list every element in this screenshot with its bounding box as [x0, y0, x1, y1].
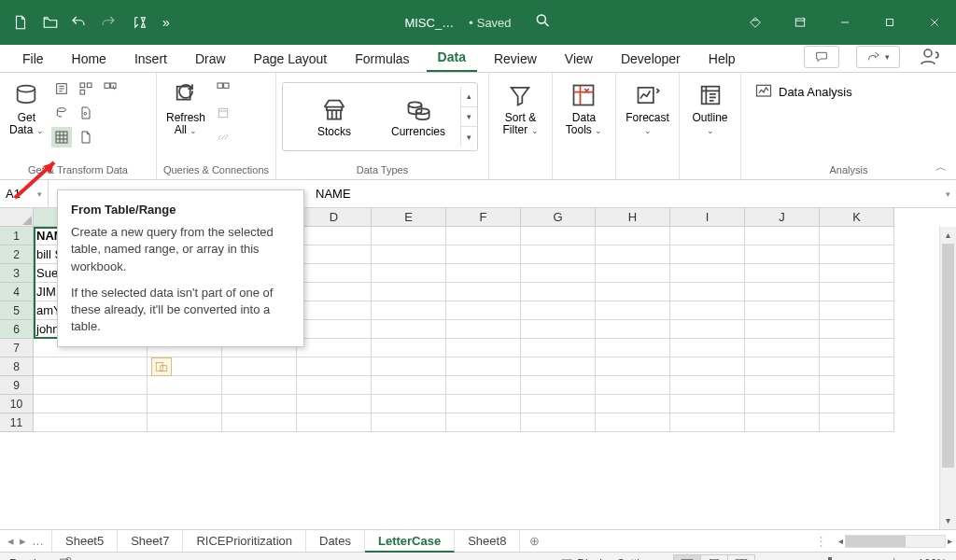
- row-header-11[interactable]: 11: [0, 413, 34, 432]
- cell-I7[interactable]: [670, 339, 745, 357]
- cell-F4[interactable]: [446, 283, 521, 301]
- stocks-button[interactable]: Stocks: [292, 92, 376, 140]
- cell-E8[interactable]: [372, 357, 446, 376]
- cell-K4[interactable]: [820, 283, 894, 301]
- existing-connections-icon[interactable]: [51, 103, 72, 123]
- cell-D8[interactable]: [297, 357, 372, 376]
- row-header-8[interactable]: 8: [0, 357, 34, 376]
- sheet-tab-sheet5[interactable]: Sheet5: [52, 530, 118, 552]
- tab-view[interactable]: View: [554, 48, 604, 72]
- view-page-layout-button[interactable]: [700, 554, 728, 561]
- cell-K8[interactable]: [820, 357, 894, 376]
- cell-H5[interactable]: [596, 301, 670, 320]
- cell-F8[interactable]: [446, 357, 521, 376]
- cell-J10[interactable]: [745, 395, 820, 413]
- col-header-D[interactable]: D: [297, 208, 372, 227]
- ribbon-display-icon[interactable]: [779, 0, 822, 45]
- cell-D1[interactable]: [297, 227, 372, 245]
- cell-I8[interactable]: [670, 357, 745, 376]
- zoom-level[interactable]: 100%: [918, 557, 947, 561]
- currencies-button[interactable]: Currencies: [376, 92, 460, 140]
- from-picture-icon[interactable]: [76, 103, 96, 123]
- row-header-9[interactable]: 9: [0, 376, 34, 395]
- search-icon[interactable]: [535, 12, 552, 33]
- from-table-range-icon[interactable]: [51, 127, 72, 147]
- cell-D6[interactable]: [297, 320, 372, 339]
- cell-F3[interactable]: [446, 264, 521, 283]
- cell-C9[interactable]: [222, 376, 297, 395]
- queries-connections-icon[interactable]: [213, 78, 233, 99]
- cell-G7[interactable]: [521, 339, 596, 357]
- sheet-nav[interactable]: ◂▸…: [0, 530, 52, 552]
- cell-J3[interactable]: [745, 264, 820, 283]
- cell-H3[interactable]: [596, 264, 670, 283]
- tab-insert[interactable]: Insert: [123, 48, 178, 72]
- cell-A9[interactable]: [34, 376, 148, 395]
- col-header-F[interactable]: F: [446, 208, 521, 227]
- row-header-7[interactable]: 7: [0, 339, 34, 357]
- cell-K11[interactable]: [820, 413, 894, 432]
- cell-A11[interactable]: [34, 413, 148, 432]
- cell-J9[interactable]: [745, 376, 820, 395]
- select-all-corner[interactable]: [0, 208, 34, 227]
- cell-A8[interactable]: [34, 357, 148, 376]
- cell-C11[interactable]: [222, 413, 297, 432]
- cell-F1[interactable]: [446, 227, 521, 245]
- edit-links-icon[interactable]: [213, 127, 233, 147]
- cell-I5[interactable]: [670, 301, 745, 320]
- cell-G6[interactable]: [521, 320, 596, 339]
- share-button[interactable]: ▾: [856, 46, 900, 68]
- cell-F9[interactable]: [446, 376, 521, 395]
- col-header-H[interactable]: H: [596, 208, 670, 227]
- cell-C8[interactable]: [222, 357, 297, 376]
- row-header-3[interactable]: 3: [0, 264, 34, 283]
- tab-data[interactable]: Data: [427, 46, 477, 72]
- row-header-10[interactable]: 10: [0, 395, 34, 413]
- display-settings-icon[interactable]: Display Settings: [560, 557, 657, 561]
- row-header-4[interactable]: 4: [0, 283, 34, 301]
- cell-K3[interactable]: [820, 264, 894, 283]
- cell-E11[interactable]: [372, 413, 446, 432]
- cell-G8[interactable]: [521, 357, 596, 376]
- cell-G10[interactable]: [521, 395, 596, 413]
- cell-I9[interactable]: [670, 376, 745, 395]
- tab-page-layout[interactable]: Page Layout: [243, 48, 339, 72]
- cell-G9[interactable]: [521, 376, 596, 395]
- paste-options-button[interactable]: [151, 357, 172, 376]
- sort-filter-button[interactable]: Sort & Filter ⌄: [499, 78, 541, 138]
- tab-formulas[interactable]: Formulas: [344, 48, 420, 72]
- vertical-scrollbar[interactable]: ▴ ▾: [939, 227, 956, 529]
- cell-E5[interactable]: [372, 301, 446, 320]
- cell-I3[interactable]: [670, 264, 745, 283]
- cell-F10[interactable]: [446, 395, 521, 413]
- cell-G3[interactable]: [521, 264, 596, 283]
- col-header-E[interactable]: E: [372, 208, 446, 227]
- cell-H4[interactable]: [596, 283, 670, 301]
- cell-G4[interactable]: [521, 283, 596, 301]
- cell-B11[interactable]: [148, 413, 222, 432]
- gallery-scroll[interactable]: ▴▾▾: [460, 87, 477, 147]
- sheet-tab-dates[interactable]: Dates: [306, 530, 365, 552]
- cell-F6[interactable]: [446, 320, 521, 339]
- cell-H11[interactable]: [596, 413, 670, 432]
- cell-H6[interactable]: [596, 320, 670, 339]
- tab-developer[interactable]: Developer: [610, 48, 692, 72]
- cell-K2[interactable]: [820, 245, 894, 264]
- redo-icon[interactable]: ▾: [97, 9, 123, 35]
- get-data-button[interactable]: Get Data ⌄: [6, 78, 48, 138]
- sheet-tab-sheet7[interactable]: Sheet7: [118, 530, 183, 552]
- cell-K5[interactable]: [820, 301, 894, 320]
- cell-D7[interactable]: [297, 339, 372, 357]
- cell-D2[interactable]: [297, 245, 372, 264]
- macro-record-icon[interactable]: [59, 555, 72, 560]
- from-web-icon[interactable]: [76, 78, 96, 99]
- cell-G1[interactable]: [521, 227, 596, 245]
- cell-G5[interactable]: [521, 301, 596, 320]
- sort-icon[interactable]: [127, 9, 153, 35]
- data-tools-button[interactable]: Data Tools ⌄: [562, 78, 606, 138]
- cell-J11[interactable]: [745, 413, 820, 432]
- cell-K6[interactable]: [820, 320, 894, 339]
- cell-D3[interactable]: [297, 264, 372, 283]
- col-header-G[interactable]: G: [521, 208, 596, 227]
- minimize-button[interactable]: [823, 0, 866, 45]
